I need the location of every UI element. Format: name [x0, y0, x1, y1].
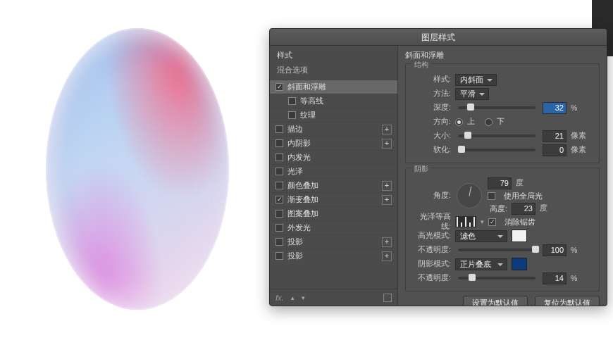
trash-icon[interactable] [383, 294, 392, 302]
effect-checkbox[interactable] [275, 196, 283, 203]
style-dropdown[interactable]: 内斜面 [455, 74, 497, 86]
effect-row[interactable]: 投影+ [270, 234, 397, 249]
effect-checkbox[interactable] [275, 182, 283, 189]
effect-label: 等高线 [300, 96, 392, 106]
effect-checkbox[interactable] [275, 210, 283, 218]
shadow-group: 阴影 角度: 79 度 使用全局光 [405, 168, 600, 291]
add-instance-icon[interactable]: + [382, 181, 392, 191]
shadow-opacity-label: 不透明度: [411, 273, 451, 283]
direction-up-radio[interactable] [455, 118, 463, 126]
effect-checkbox[interactable] [288, 111, 296, 119]
effect-label: 描边 [287, 124, 382, 134]
reset-default-button[interactable]: 复位为默认值 [535, 296, 600, 306]
depth-slider[interactable] [458, 106, 535, 109]
set-default-button[interactable]: 设置为默认值 [463, 296, 528, 306]
angle-dial[interactable] [457, 183, 482, 208]
altitude-label: 高度: [488, 203, 507, 214]
angle-unit: 度 [516, 178, 531, 188]
shadow-opacity-slider[interactable] [458, 277, 535, 280]
shadow-opacity-input[interactable]: 14 [543, 272, 566, 284]
soften-input[interactable]: 0 [543, 144, 566, 156]
highlight-opacity-slider[interactable] [458, 249, 535, 251]
gloss-contour-picker[interactable] [455, 216, 476, 227]
down-icon[interactable]: ▾ [302, 294, 305, 301]
effect-row[interactable]: 内阴影+ [270, 136, 397, 150]
effect-checkbox[interactable] [288, 97, 296, 105]
oval-shape [46, 28, 229, 310]
add-instance-icon[interactable]: + [382, 139, 392, 149]
effects-list: 斜面和浮雕等高线纹理描边+内阴影+内发光光泽颜色叠加+渐变叠加+图案叠加外发光投… [270, 80, 397, 289]
shadow-color-swatch[interactable] [512, 258, 527, 270]
effect-row[interactable]: 外发光 [270, 220, 397, 234]
highlight-opacity-input[interactable]: 100 [543, 244, 566, 256]
style-label: 样式: [411, 75, 451, 84]
effect-row[interactable]: 斜面和浮雕 [270, 80, 397, 94]
size-label: 大小: [411, 131, 451, 141]
altitude-unit: 度 [540, 203, 555, 213]
styles-header[interactable]: 样式 [270, 46, 397, 62]
size-unit: 像素 [571, 131, 586, 141]
shadow-mode-dropdown[interactable]: 正片叠底 [455, 258, 507, 270]
effect-checkbox[interactable] [275, 224, 283, 232]
depth-label: 深度: [411, 103, 451, 113]
effect-label: 渐变叠加 [287, 194, 382, 205]
anti-alias-label: 消除锯齿 [504, 217, 535, 227]
effect-label: 颜色叠加 [287, 180, 382, 191]
direction-down-radio[interactable] [485, 118, 493, 126]
effect-checkbox[interactable] [275, 168, 283, 175]
structure-title: 结构 [411, 60, 431, 70]
effect-checkbox[interactable] [275, 125, 283, 133]
effect-label: 光泽 [287, 166, 392, 177]
gloss-label: 光泽等高线: [411, 212, 451, 232]
soften-label: 软化: [411, 145, 451, 155]
effect-row[interactable]: 纹理 [270, 108, 397, 122]
effect-checkbox[interactable] [275, 83, 283, 91]
effect-row[interactable]: 图案叠加 [270, 206, 397, 220]
direction-label: 方向: [411, 117, 451, 127]
global-light-label: 使用全局光 [504, 191, 543, 201]
add-instance-icon[interactable]: + [382, 251, 392, 261]
options-panel: 斜面和浮雕 结构 样式: 内斜面 方法: 平滑 深度: 32 [398, 46, 607, 306]
blend-options[interactable]: 混合选项 [270, 62, 397, 80]
depth-input[interactable]: 32 [543, 102, 566, 114]
angle-input[interactable]: 79 [488, 177, 512, 189]
shadow-title: 阴影 [411, 164, 431, 174]
fx-menu-icon[interactable]: fx. [275, 294, 284, 302]
effect-row[interactable]: 光泽 [270, 164, 397, 178]
up-icon[interactable]: ▴ [291, 294, 295, 301]
effect-checkbox[interactable] [275, 238, 283, 246]
highlight-color-swatch[interactable] [512, 230, 527, 242]
highlight-opacity-label: 不透明度: [411, 245, 451, 255]
effect-row[interactable]: 投影+ [270, 249, 397, 263]
effect-checkbox[interactable] [275, 153, 283, 161]
effect-row[interactable]: 渐变叠加+ [270, 192, 397, 206]
effect-checkbox[interactable] [275, 252, 283, 260]
size-slider[interactable] [458, 134, 535, 137]
highlight-mode-dropdown[interactable]: 滤色 [455, 230, 507, 242]
effect-row[interactable]: 内发光 [270, 150, 397, 164]
effect-label: 纹理 [300, 110, 392, 120]
angle-label: 角度: [411, 191, 451, 201]
gloss-dd-icon[interactable]: ▾ [481, 218, 484, 225]
effect-checkbox[interactable] [275, 139, 283, 147]
add-instance-icon[interactable]: + [382, 125, 392, 134]
global-light-checkbox[interactable] [488, 192, 495, 200]
add-instance-icon[interactable]: + [382, 237, 392, 247]
effect-row[interactable]: 等高线 [270, 94, 397, 108]
effect-label: 斜面和浮雕 [287, 82, 392, 92]
anti-alias-checkbox[interactable] [488, 218, 496, 226]
effect-label: 投影 [287, 237, 382, 247]
direction-up-label: 上 [467, 117, 475, 127]
dialog-title[interactable]: 图层样式 [270, 29, 607, 46]
effect-label: 内发光 [287, 152, 392, 163]
altitude-input[interactable]: 23 [512, 203, 535, 215]
effect-label: 外发光 [287, 222, 392, 233]
effect-row[interactable]: 颜色叠加+ [270, 178, 397, 192]
size-input[interactable]: 21 [543, 130, 566, 142]
shadow-opacity-unit: % [571, 274, 586, 282]
layer-style-dialog: 图层样式 样式 混合选项 斜面和浮雕等高线纹理描边+内阴影+内发光光泽颜色叠加+… [269, 28, 607, 306]
method-dropdown[interactable]: 平滑 [455, 88, 489, 100]
effect-row[interactable]: 描边+ [270, 122, 397, 136]
add-instance-icon[interactable]: + [382, 195, 392, 205]
soften-slider[interactable] [458, 149, 535, 151]
